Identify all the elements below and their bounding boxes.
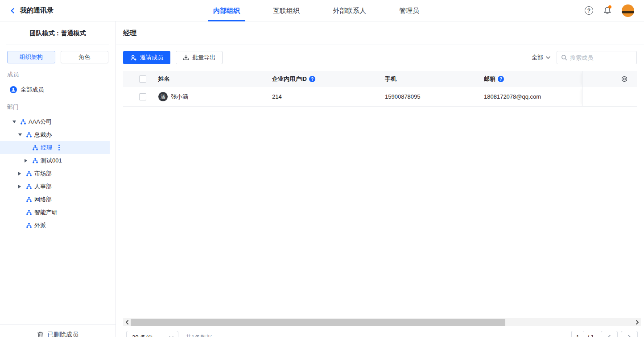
member-name: 张小涵 — [171, 93, 188, 101]
page-title: 我的通讯录 — [20, 6, 54, 15]
page-size-select[interactable]: 20 条/页 — [126, 331, 178, 337]
sidebar-item-all-members[interactable]: 全部成员 — [0, 83, 116, 96]
chevron-left-icon — [10, 8, 15, 14]
column-user-id: 企业内用户ID — [272, 75, 307, 83]
invite-member-button[interactable]: 邀请成员 — [123, 51, 170, 64]
member-phone: 15900878095 — [385, 93, 421, 100]
tree-item-test001[interactable]: 测试001 — [0, 154, 110, 167]
scroll-right-button[interactable] — [633, 318, 641, 326]
select-row-checkbox[interactable] — [139, 93, 146, 100]
chevron-right-icon — [636, 320, 639, 325]
scroll-left-button[interactable] — [123, 318, 131, 326]
column-settings-icon[interactable] — [621, 75, 628, 83]
tree-item-network-dept[interactable]: 网络部 — [0, 193, 110, 206]
sidebar-footer: 已删除成员 — [0, 325, 116, 337]
back-button[interactable]: 我的通讯录 — [10, 6, 54, 15]
help-icon[interactable] — [309, 76, 315, 82]
select-all-checkbox[interactable] — [139, 75, 146, 83]
department-tree: AAA公司 总裁办 经理 测试001 — [0, 115, 116, 232]
department-icon — [26, 222, 32, 229]
tab-connected-org[interactable]: 互联组织 — [268, 0, 305, 21]
total-count-label: 共1条数据 — [186, 331, 212, 337]
caret-down-icon[interactable] — [18, 133, 22, 136]
notifications-button[interactable] — [603, 6, 612, 15]
tree-item-hr-dept[interactable]: 人事部 — [0, 180, 110, 193]
chevron-left-icon — [125, 320, 129, 325]
help-icon[interactable] — [498, 76, 504, 82]
topbar-actions — [585, 4, 634, 17]
tree-item-ai-rnd[interactable]: 智能产研 — [0, 206, 110, 219]
deleted-members-item[interactable]: 已删除成员 — [0, 331, 116, 337]
member-user-id: 214 — [272, 93, 282, 100]
member-section-label: 成员 — [7, 71, 108, 79]
download-icon — [183, 54, 189, 61]
avatar[interactable] — [622, 4, 634, 17]
member-avatar: 涵 — [158, 92, 168, 101]
department-icon — [32, 158, 38, 164]
topbar: 我的通讯录 内部组织 互联组织 外部联系人 管理员 — [0, 0, 644, 21]
department-icon — [20, 119, 26, 125]
department-icon — [26, 171, 32, 177]
department-title: 经理 — [116, 21, 644, 45]
column-email: 邮箱 — [484, 75, 495, 83]
batch-export-button[interactable]: 批量导出 — [176, 51, 223, 64]
department-icon — [26, 209, 32, 216]
sidebar: 团队模式：普通模式 组织架构 角色 成员 全部成员 部门 — [0, 21, 116, 337]
filter-dropdown[interactable]: 全部 — [532, 54, 550, 62]
chevron-right-icon — [627, 335, 631, 337]
caret-right-icon[interactable] — [18, 185, 21, 188]
pagination: 20 条/页 共1条数据 1 / 1 — [126, 331, 638, 337]
tab-admins[interactable]: 管理员 — [394, 0, 425, 21]
chevron-left-icon — [607, 335, 611, 337]
main-panel: 经理 邀请成员 批量导出 — [116, 21, 644, 337]
next-page-button[interactable] — [621, 331, 638, 337]
member-email: 1808172078@qq.com — [484, 93, 541, 100]
department-icon — [26, 132, 32, 138]
divider — [116, 45, 644, 45]
page-input[interactable]: 1 — [571, 331, 584, 337]
table-row[interactable]: 涵 张小涵 214 15900878095 1808172078@qq.com — [123, 87, 637, 107]
help-icon[interactable] — [585, 6, 593, 15]
top-tabs: 内部组织 互联组织 外部联系人 管理员 — [208, 0, 425, 21]
org-structure-toggle[interactable]: 组织架构 — [7, 51, 55, 63]
caret-right-icon[interactable] — [25, 159, 27, 162]
contacts-app: 我的通讯录 内部组织 互联组织 外部联系人 管理员 团队模式：普通模式 — [0, 0, 644, 337]
search-input[interactable] — [570, 54, 632, 61]
toolbar: 邀请成员 批量导出 全部 — [123, 51, 637, 64]
members-table: 姓名 企业内用户ID 手机 邮箱 涵 张小涵 — [123, 71, 637, 107]
chevron-down-icon — [546, 56, 550, 59]
caret-down-icon[interactable] — [12, 121, 16, 123]
trash-icon — [37, 331, 44, 337]
search-box — [557, 51, 637, 64]
members-icon — [10, 86, 17, 93]
search-icon — [561, 54, 567, 61]
more-actions-icon[interactable] — [58, 145, 60, 150]
department-icon — [32, 145, 38, 151]
tab-external-contacts[interactable]: 外部联系人 — [327, 0, 372, 21]
department-icon — [26, 196, 32, 203]
prev-page-button[interactable] — [601, 331, 618, 337]
department-section-label: 部门 — [7, 103, 108, 111]
tree-item-manager[interactable]: 经理 — [0, 141, 110, 154]
tree-item-president-office[interactable]: 总裁办 — [0, 128, 110, 141]
tree-item-marketing-dept[interactable]: 市场部 — [0, 167, 110, 180]
team-mode-title: 团队模式：普通模式 — [0, 21, 116, 45]
column-phone: 手机 — [385, 75, 396, 82]
caret-right-icon[interactable] — [18, 172, 21, 175]
department-icon — [26, 183, 32, 190]
column-name: 姓名 — [158, 75, 170, 83]
role-toggle[interactable]: 角色 — [61, 51, 109, 63]
table-header: 姓名 企业内用户ID 手机 邮箱 — [123, 71, 637, 87]
person-add-icon — [130, 54, 137, 61]
horizontal-scrollbar[interactable] — [123, 318, 641, 326]
scrollbar-thumb[interactable] — [131, 319, 505, 326]
tree-item-outsourced[interactable]: 外派 — [0, 219, 110, 232]
tree-item-aaa-company[interactable]: AAA公司 — [0, 115, 110, 128]
total-pages-label: / 1 — [588, 331, 594, 337]
notification-badge — [608, 5, 611, 8]
tab-internal-org[interactable]: 内部组织 — [208, 0, 245, 21]
divider — [6, 45, 109, 45]
